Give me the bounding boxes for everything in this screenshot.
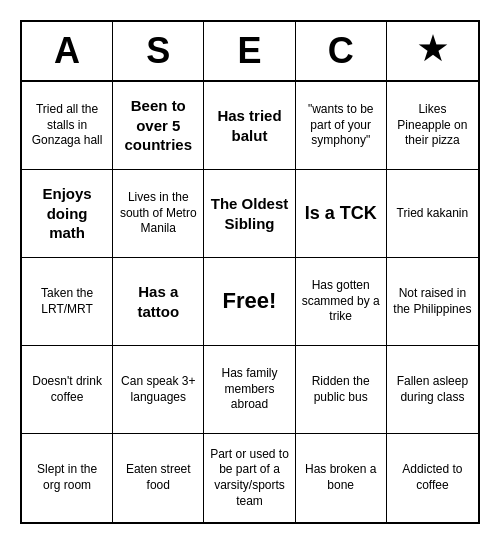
bingo-cell-1[interactable]: Been to over 5 countries xyxy=(113,82,204,170)
bingo-cell-3[interactable]: "wants to be part of your symphony" xyxy=(296,82,387,170)
bingo-cell-17[interactable]: Has family members abroad xyxy=(204,346,295,434)
cell-text-1: Been to over 5 countries xyxy=(118,96,198,155)
bingo-cell-10[interactable]: Taken the LRT/MRT xyxy=(22,258,113,346)
cell-text-14: Not raised in the Philippines xyxy=(392,286,473,317)
bingo-cell-4[interactable]: Likes Pineapple on their pizza xyxy=(387,82,478,170)
bingo-cell-14[interactable]: Not raised in the Philippines xyxy=(387,258,478,346)
bingo-cell-20[interactable]: Slept in the org room xyxy=(22,434,113,522)
bingo-cell-5[interactable]: Enjoys doing math xyxy=(22,170,113,258)
bingo-cell-22[interactable]: Part or used to be part of a varsity/spo… xyxy=(204,434,295,522)
cell-text-8: Is a TCK xyxy=(305,202,377,225)
bingo-cell-6[interactable]: Lives in the south of Metro Manila xyxy=(113,170,204,258)
cell-text-17: Has family members abroad xyxy=(209,366,289,413)
bingo-cell-24[interactable]: Addicted to coffee xyxy=(387,434,478,522)
cell-text-2: Has tried balut xyxy=(209,106,289,145)
bingo-cell-0[interactable]: Tried all the stalls in Gonzaga hall xyxy=(22,82,113,170)
bingo-cell-15[interactable]: Doesn't drink coffee xyxy=(22,346,113,434)
header-col-2: E xyxy=(204,22,295,80)
header-col-3: C xyxy=(296,22,387,80)
cell-text-12: Free! xyxy=(223,287,277,316)
bingo-cell-7[interactable]: The Oldest Sibling xyxy=(204,170,295,258)
cell-text-11: Has a tattoo xyxy=(118,282,198,321)
bingo-cell-18[interactable]: Ridden the public bus xyxy=(296,346,387,434)
bingo-card: ASEC★ Tried all the stalls in Gonzaga ha… xyxy=(20,20,480,524)
cell-text-22: Part or used to be part of a varsity/spo… xyxy=(209,447,289,509)
cell-text-5: Enjoys doing math xyxy=(27,184,107,243)
bingo-cell-9[interactable]: Tried kakanin xyxy=(387,170,478,258)
bingo-cell-12[interactable]: Free! xyxy=(204,258,295,346)
bingo-cell-2[interactable]: Has tried balut xyxy=(204,82,295,170)
bingo-cell-19[interactable]: Fallen asleep during class xyxy=(387,346,478,434)
cell-text-23: Has broken a bone xyxy=(301,462,381,493)
cell-text-9: Tried kakanin xyxy=(397,206,469,222)
cell-text-13: Has gotten scammed by a trike xyxy=(301,278,381,325)
header-col-4: ★ xyxy=(387,22,478,80)
cell-text-10: Taken the LRT/MRT xyxy=(27,286,107,317)
cell-text-18: Ridden the public bus xyxy=(301,374,381,405)
bingo-cell-21[interactable]: Eaten street food xyxy=(113,434,204,522)
bingo-cell-23[interactable]: Has broken a bone xyxy=(296,434,387,522)
cell-text-15: Doesn't drink coffee xyxy=(27,374,107,405)
bingo-header: ASEC★ xyxy=(22,22,478,82)
cell-text-20: Slept in the org room xyxy=(27,462,107,493)
cell-text-3: "wants to be part of your symphony" xyxy=(301,102,381,149)
cell-text-6: Lives in the south of Metro Manila xyxy=(118,190,198,237)
cell-text-0: Tried all the stalls in Gonzaga hall xyxy=(27,102,107,149)
bingo-cell-11[interactable]: Has a tattoo xyxy=(113,258,204,346)
bingo-grid: Tried all the stalls in Gonzaga hallBeen… xyxy=(22,82,478,522)
cell-text-7: The Oldest Sibling xyxy=(209,194,289,233)
header-col-0: A xyxy=(22,22,113,80)
cell-text-16: Can speak 3+ languages xyxy=(118,374,198,405)
cell-text-21: Eaten street food xyxy=(118,462,198,493)
bingo-cell-13[interactable]: Has gotten scammed by a trike xyxy=(296,258,387,346)
bingo-cell-8[interactable]: Is a TCK xyxy=(296,170,387,258)
bingo-cell-16[interactable]: Can speak 3+ languages xyxy=(113,346,204,434)
cell-text-4: Likes Pineapple on their pizza xyxy=(392,102,473,149)
header-col-1: S xyxy=(113,22,204,80)
cell-text-24: Addicted to coffee xyxy=(392,462,473,493)
cell-text-19: Fallen asleep during class xyxy=(392,374,473,405)
